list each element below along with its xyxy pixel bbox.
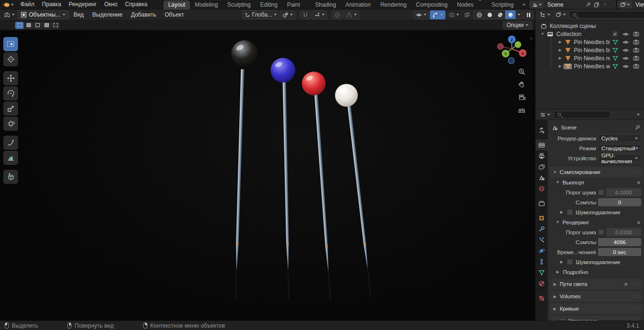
tab-render[interactable] <box>535 139 548 150</box>
render-visibility-icon[interactable] <box>631 39 641 45</box>
tab-texture[interactable] <box>535 293 548 303</box>
transform-tool[interactable] <box>3 117 18 131</box>
panel-volumes[interactable]: ▶ Volumes :::: <box>550 291 642 302</box>
time-limit-value[interactable]: 0 sec <box>598 248 641 256</box>
preset-menu-icon[interactable]: ≡ <box>637 220 640 225</box>
drag-dots-icon[interactable]: :::: <box>633 170 639 174</box>
preset-menu-icon[interactable]: ≡ <box>637 180 640 185</box>
object-type-visibility-dropdown[interactable] <box>413 10 429 19</box>
collection-checkbox[interactable]: ✓ <box>612 31 618 37</box>
noise-threshold-checkbox[interactable] <box>598 189 604 195</box>
viewport-denoise-checkbox[interactable] <box>567 209 573 215</box>
drag-dots-icon[interactable]: :::: <box>633 282 639 286</box>
new-scene-button[interactable] <box>592 1 601 8</box>
panel-light-paths[interactable]: ▶ Пути света ≡ :::: <box>550 279 642 289</box>
snap-settings-dropdown[interactable] <box>312 10 327 19</box>
hide-icon[interactable] <box>620 40 631 45</box>
menu-view[interactable]: Вид <box>70 10 88 20</box>
xray-toggle-button[interactable] <box>462 10 472 19</box>
annotate-tool[interactable] <box>3 136 18 150</box>
select-set-button[interactable] <box>15 22 24 29</box>
scene-collection-row[interactable]: Коллекция сцены <box>535 22 644 30</box>
tab-world[interactable] <box>535 183 548 194</box>
expand-triangle-icon[interactable]: ▶ <box>557 40 563 44</box>
menu-add[interactable]: Добавить <box>127 10 160 20</box>
proportional-editing-button[interactable] <box>332 10 343 19</box>
panel-sampling-render[interactable]: ▼ Рендеринг ≡ <box>550 217 642 227</box>
tab-sculpting[interactable]: Sculpting <box>223 0 255 9</box>
menu-help[interactable]: Справка <box>121 0 151 9</box>
tab-collection[interactable] <box>535 198 548 209</box>
render-engine-select[interactable]: Cycles <box>598 134 641 142</box>
outliner-editor-type-button[interactable] <box>538 10 552 19</box>
tab-shading[interactable]: Shading <box>310 0 341 9</box>
tab-scene[interactable] <box>535 172 548 183</box>
shading-material-button[interactable] <box>495 10 505 19</box>
panel-viewport-denoise[interactable]: ▶ Шумоподавление <box>550 207 642 217</box>
object-row-pin-blue[interactable]: ▶ Pin Needles blue <box>536 46 644 54</box>
render-denoise-checkbox[interactable] <box>567 259 573 265</box>
properties-search[interactable] <box>554 111 610 119</box>
tab-constraints[interactable] <box>535 256 548 267</box>
hide-icon[interactable] <box>620 48 631 53</box>
tab-tool[interactable] <box>535 125 548 136</box>
add-cube-tool[interactable] <box>3 170 18 184</box>
cursor-tool[interactable] <box>3 52 18 66</box>
render-noise-threshold-checkbox[interactable] <box>598 229 604 235</box>
properties-search-input[interactable] <box>563 112 606 118</box>
hide-icon[interactable] <box>620 32 631 37</box>
tab-particles[interactable] <box>535 234 548 245</box>
expand-triangle-icon[interactable]: ▶ <box>557 64 563 68</box>
camera-view-icon[interactable] <box>517 93 526 101</box>
zoom-icon[interactable] <box>517 67 526 76</box>
shading-solid-button[interactable] <box>484 10 495 19</box>
tab-animation[interactable]: Animation <box>341 0 375 9</box>
collapse-triangle-icon[interactable]: ▼ <box>539 32 546 36</box>
viewport-samples-value[interactable]: 0 <box>598 198 641 206</box>
tab-view-layer[interactable] <box>535 161 548 172</box>
preset-menu-icon[interactable]: ≡ <box>625 281 627 287</box>
hide-icon[interactable] <box>620 56 631 61</box>
tab-modeling[interactable]: Modeling <box>190 0 223 9</box>
mesh-data-icon[interactable] <box>610 47 620 53</box>
hide-icon[interactable] <box>620 64 631 69</box>
menu-render[interactable]: Рендеринг <box>65 0 100 9</box>
drag-dots-icon[interactable]: :::: <box>633 306 639 311</box>
outliner-display-mode-button[interactable] <box>553 10 568 19</box>
pin-ball[interactable] <box>231 40 258 67</box>
tab-texture-paint[interactable]: Texture Paint <box>282 0 310 9</box>
outliner-search-input[interactable] <box>578 12 644 18</box>
shading-options-dropdown[interactable] <box>516 10 522 19</box>
transform-orientation-dropdown[interactable]: Глоба... <box>242 10 279 19</box>
feature-set-select[interactable]: Стандартный <box>598 144 642 152</box>
panel-curves[interactable]: ▶ Кривые :::: <box>550 303 642 314</box>
noise-threshold-value[interactable]: 0.1000 <box>606 188 641 196</box>
add-workspace-button[interactable]: + <box>518 0 529 9</box>
mode-dropdown[interactable]: Объектны... <box>18 10 69 19</box>
panel-sampling-viewport[interactable]: ▼ Вьюпорт ≡ <box>550 177 642 187</box>
view-layer-selector[interactable]: ViewLayer ✕ <box>617 0 644 9</box>
menu-object[interactable]: Объект <box>161 10 188 20</box>
blender-menu-button[interactable] <box>0 1 17 8</box>
pan-hand-icon[interactable] <box>517 80 526 89</box>
tab-material[interactable] <box>535 278 548 289</box>
rotate-tool[interactable] <box>3 86 18 101</box>
pin-needle[interactable] <box>236 69 244 272</box>
tab-rendering[interactable]: Rendering <box>375 0 411 9</box>
scene-browse-button[interactable] <box>530 1 544 8</box>
pin-ball[interactable] <box>302 72 326 95</box>
pin-ball[interactable] <box>271 58 295 82</box>
device-select[interactable]: GPU-вычисления <box>598 154 641 162</box>
select-intersect-button[interactable] <box>51 22 60 29</box>
snap-toggle-button[interactable] <box>300 10 311 19</box>
expand-triangle-icon[interactable]: ▶ <box>557 48 563 52</box>
viewport-3d[interactable]: Z X Y <box>0 30 535 321</box>
object-row-pin-black[interactable]: ▶ Pin Needles black <box>536 38 644 46</box>
render-visibility-icon[interactable] <box>631 64 641 69</box>
panel-advanced[interactable]: ▶ Подробно <box>550 267 642 277</box>
ortho-grid-icon[interactable] <box>517 106 526 114</box>
tab-object[interactable] <box>535 212 548 223</box>
menu-window[interactable]: Окно <box>100 0 121 9</box>
pin-ball[interactable] <box>335 84 358 107</box>
scene-selector[interactable]: Scene ✕ <box>529 0 616 9</box>
